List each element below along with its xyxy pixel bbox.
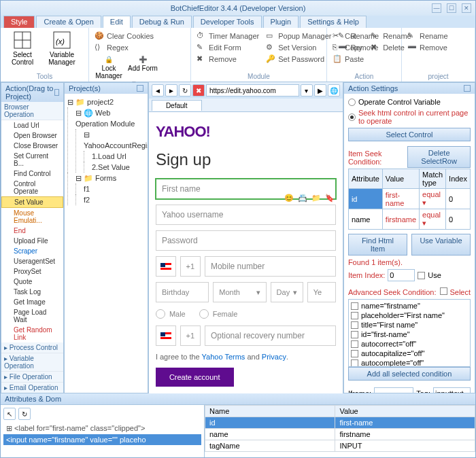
- edit-form-button[interactable]: ✎Edit Form: [195, 42, 260, 53]
- action-item[interactable]: Open Browser: [1, 130, 63, 141]
- advanced-condition-item[interactable]: name="firstname": [350, 301, 469, 311]
- set-password-button[interactable]: 🔑Set Password: [265, 54, 333, 65]
- menu-style[interactable]: Style: [3, 16, 35, 28]
- cursor-icon[interactable]: ↖: [3, 408, 16, 420]
- category-browser-operation[interactable]: Browser Operation: [1, 102, 63, 120]
- cut-button[interactable]: ✂Cut: [331, 31, 365, 41]
- action-item[interactable]: Close Browser: [1, 141, 63, 151]
- item-index-input[interactable]: [388, 269, 415, 281]
- paste-button[interactable]: 📋Paste: [331, 54, 365, 65]
- advanced-condition-item[interactable]: title="First name": [350, 320, 469, 330]
- male-radio[interactable]: Male: [156, 309, 186, 319]
- iframe-input[interactable]: [374, 387, 413, 393]
- select-control-button[interactable]: Select Control: [3, 29, 41, 73]
- table-row[interactable]: tagNameINPUT: [205, 440, 475, 452]
- action-item[interactable]: Load Url: [1, 120, 63, 130]
- action-item[interactable]: End: [1, 226, 63, 236]
- copy-button[interactable]: ⎘Copy: [331, 42, 365, 53]
- select-control-button[interactable]: Select Control: [348, 128, 471, 141]
- menu-debug-run[interactable]: Debug & Run: [132, 16, 192, 28]
- category-item[interactable]: ▸ Email Operation: [1, 383, 63, 393]
- action-item[interactable]: Upload File: [1, 236, 63, 246]
- regex-button[interactable]: ⟨⟩Regex: [93, 42, 155, 53]
- action-item[interactable]: ProxySet: [1, 266, 63, 277]
- tag-input[interactable]: [433, 387, 471, 393]
- action-item[interactable]: UseragentSet: [1, 256, 63, 266]
- action-item[interactable]: Set Value: [1, 196, 63, 208]
- seek-html-radio[interactable]: Seek html control in current page to ope…: [348, 109, 471, 125]
- category-item[interactable]: ▸ Variable Operation: [1, 353, 63, 372]
- back-button[interactable]: ◄: [152, 84, 164, 96]
- menu-plugin[interactable]: Plugin: [263, 16, 299, 28]
- select-checkbox[interactable]: [440, 287, 447, 295]
- refresh-button[interactable]: ↻: [179, 84, 191, 96]
- recovery-input[interactable]: Optional recovery number: [205, 325, 336, 346]
- table-row[interactable]: namefirstname: [205, 429, 475, 440]
- advanced-condition-item[interactable]: placeholder="First name": [350, 311, 469, 320]
- action-item[interactable]: Get Random Link: [1, 325, 63, 342]
- add-form-button[interactable]: ➕Add Form: [126, 54, 160, 81]
- action-item[interactable]: Find Control: [1, 169, 63, 179]
- year-select[interactable]: Ye: [307, 282, 336, 302]
- tree-f1[interactable]: f1: [75, 183, 145, 194]
- dom-label[interactable]: ⊞ <label for="first-name" class="clipped…: [3, 423, 201, 434]
- refresh-dom-icon[interactable]: ↻: [18, 408, 31, 420]
- pin-icon[interactable]: [464, 85, 471, 92]
- username-input[interactable]: Yahoo username: [156, 205, 336, 225]
- use-variable-button[interactable]: Use Variable: [411, 234, 471, 256]
- action-item[interactable]: Quote: [1, 277, 63, 287]
- dom-input-selected[interactable]: <input name="firstname" value="" placeho: [3, 434, 201, 445]
- action-item[interactable]: Page Load Wait: [1, 307, 63, 325]
- menu-edit[interactable]: Edit: [103, 16, 131, 28]
- table-row[interactable]: idfirst-name: [205, 417, 475, 429]
- country-flag-2[interactable]: [156, 325, 176, 346]
- find-html-button[interactable]: Find Html Item: [348, 234, 407, 256]
- action-item[interactable]: Set Current B...: [1, 151, 63, 169]
- tree-set-value[interactable]: 2.Set Value: [84, 162, 145, 173]
- password-input[interactable]: Password: [156, 230, 336, 251]
- tree-web-module[interactable]: ⊟ 🌐 Web Operation Module ⊟ YahooAccountR…: [67, 107, 145, 173]
- tree-yahoo-module[interactable]: ⊟ YahooAccountRegister 1.Load Url 2.Set …: [75, 129, 145, 173]
- close-icon[interactable]: ✕: [462, 3, 471, 13]
- use-checkbox[interactable]: [418, 272, 425, 279]
- url-dropdown[interactable]: ▾: [301, 84, 313, 96]
- advanced-condition-item[interactable]: autocorrect="off": [350, 339, 469, 349]
- set-version-button[interactable]: ⚙Set Version: [265, 42, 333, 53]
- country-flag[interactable]: [156, 256, 176, 277]
- clear-cookies-button[interactable]: 🍪Clear Cookies: [93, 31, 155, 41]
- category-item[interactable]: ▸ Process Control: [1, 342, 63, 353]
- yahoo-terms-link[interactable]: Yahoo Terms: [202, 353, 245, 361]
- mobile-input[interactable]: Mobile number: [205, 256, 336, 277]
- pin-icon[interactable]: [54, 89, 59, 96]
- tree-forms[interactable]: ⊟ 📁 Forms f1 f2: [67, 173, 145, 205]
- maximize-icon[interactable]: ☐: [447, 3, 456, 13]
- menu-developer-tools[interactable]: Developer Tools: [193, 16, 262, 28]
- remove-project-button[interactable]: ➖Remove: [406, 42, 471, 53]
- female-radio[interactable]: Female: [199, 309, 238, 319]
- pin-icon[interactable]: [137, 85, 143, 92]
- url-input[interactable]: [206, 84, 299, 96]
- forward-button[interactable]: ►: [165, 84, 177, 96]
- month-select[interactable]: Month▾: [213, 282, 266, 302]
- delete-selectrow-button[interactable]: Delete SelectRow: [407, 146, 471, 168]
- privacy-link[interactable]: Privacy: [262, 353, 286, 361]
- add-all-condition-button[interactable]: Add all selected condition: [348, 367, 471, 381]
- advanced-condition-item[interactable]: autocomplete="off": [350, 358, 469, 367]
- browser-tab[interactable]: Default: [152, 100, 202, 111]
- tree-f2[interactable]: f2: [75, 194, 145, 205]
- operate-control-radio[interactable]: Operate Control Variable: [348, 98, 471, 106]
- menu-settings-help[interactable]: Settings & Help: [300, 16, 367, 28]
- timer-manager-button[interactable]: ⏱Timer Manager: [195, 31, 260, 41]
- action-item[interactable]: Task Log: [1, 287, 63, 297]
- lock-manager-button[interactable]: 🔒Lock Manager: [92, 54, 126, 81]
- advanced-condition-item[interactable]: id="first-name": [350, 330, 469, 339]
- create-account-button[interactable]: Create account: [156, 368, 234, 387]
- action-item[interactable]: Get Image: [1, 297, 63, 307]
- action-item[interactable]: Scraper: [1, 246, 63, 256]
- category-item[interactable]: ▸ File Operation: [1, 372, 63, 383]
- table-row[interactable]: namefirstnameequal ▾0: [348, 209, 470, 230]
- menu-create-open[interactable]: Create & Open: [36, 16, 101, 28]
- remove-button[interactable]: ✖Remove: [195, 54, 260, 65]
- popup-manager-button[interactable]: ▭Popup Manager: [265, 31, 333, 41]
- advanced-condition-item[interactable]: autocapitalize="off": [350, 349, 469, 358]
